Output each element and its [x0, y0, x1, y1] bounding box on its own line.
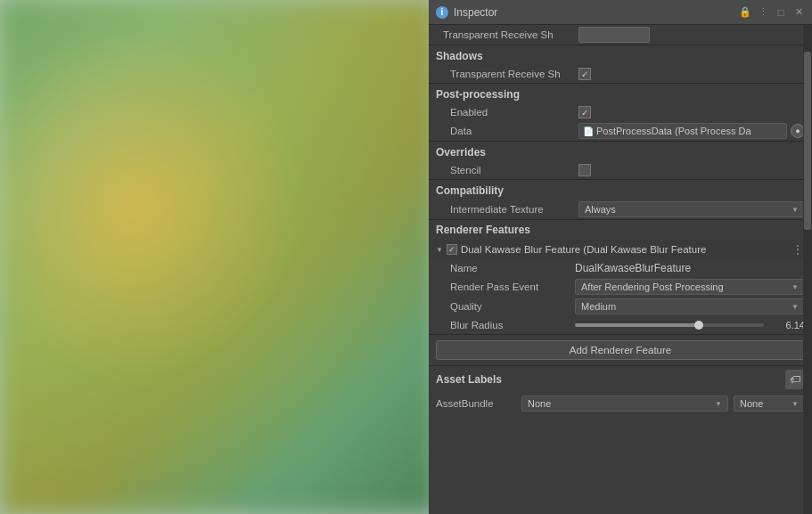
overrides-header: Overrides — [429, 142, 812, 161]
transparent-receive-shadows-row: Transparent Receive Sh ✓ — [429, 65, 812, 83]
tag-icon[interactable]: 🏷 — [785, 370, 805, 389]
stencil-checkbox[interactable] — [578, 164, 591, 176]
divider-6 — [429, 334, 812, 335]
render-pass-event-row: Render Pass Event After Rendering Post P… — [429, 277, 812, 297]
quality-value: Medium ▼ — [575, 298, 805, 314]
data-label: Data — [436, 126, 578, 136]
data-value: 📄 PostProcessData (Post Process Da ● — [578, 123, 805, 139]
feature-enabled-checkbox[interactable]: ✓ — [447, 244, 457, 255]
lock-button[interactable]: 🔒 — [739, 6, 751, 19]
enabled-checkbox[interactable]: ✓ — [578, 106, 591, 118]
maximize-button[interactable]: □ — [775, 6, 787, 19]
blur-radius-slider-container: 6.14 — [575, 320, 805, 330]
stencil-label: Stencil — [436, 165, 578, 175]
quality-dropdown-arrow-icon: ▼ — [791, 303, 799, 311]
asset-variant-dropdown[interactable]: None ▼ — [734, 396, 805, 412]
render-pass-dropdown-arrow-icon: ▼ — [791, 283, 799, 291]
title-left: i Inspector — [436, 6, 497, 19]
quality-label: Quality — [450, 301, 575, 312]
renderer-features-header: Renderer Features — [429, 220, 812, 240]
enabled-label: Enabled — [436, 107, 578, 118]
feature-name-value: DualKawaseBlurFeature — [575, 262, 805, 274]
transparent-shadows-checkbox[interactable]: ✓ — [578, 68, 591, 80]
native-renderpass-value — [578, 27, 805, 43]
enabled-value: ✓ — [578, 106, 805, 118]
scrollbar-thumb[interactable] — [804, 52, 811, 230]
quality-row: Quality Medium ▼ — [429, 297, 812, 316]
slider-thumb[interactable] — [694, 321, 703, 330]
shadows-header: Shadows — [429, 45, 812, 65]
asset-bundle-row: AssetBundle None ▼ None ▼ — [429, 393, 812, 414]
feature-title: ▼ ✓ Dual Kawase Blur Feature (Dual Kawas… — [436, 244, 706, 255]
post-processing-header: Post-processing — [429, 84, 812, 103]
title-bar: i Inspector 🔒 ⋮ □ ✕ — [429, 0, 812, 25]
blur-radius-label: Blur Radius — [450, 320, 575, 330]
feature-name-row: Name DualKawaseBlurFeature — [429, 259, 812, 277]
title-actions: 🔒 ⋮ □ ✕ — [739, 6, 805, 19]
feature-row: ▼ ✓ Dual Kawase Blur Feature (Dual Kawas… — [429, 240, 812, 259]
dropdown-arrow-icon: ▼ — [791, 206, 799, 214]
native-renderpass-label: Transparent Receive Sh — [436, 29, 578, 40]
data-icon: 📄 — [583, 126, 594, 136]
background-overlay — [0, 0, 437, 514]
render-pass-event-label: Render Pass Event — [450, 281, 575, 292]
quality-dropdown[interactable]: Medium ▼ — [575, 298, 805, 314]
transparent-shadows-label: Transparent Receive Sh — [436, 69, 578, 79]
data-field[interactable]: 📄 PostProcessData (Post Process Da — [578, 123, 787, 139]
stencil-value — [578, 164, 805, 176]
inspector-content: Transparent Receive Sh Shadows Transpare… — [429, 25, 812, 514]
blur-radius-value: 6.14 — [575, 320, 805, 330]
asset-labels-section: Asset Labels 🏷 — [429, 366, 812, 393]
asset-bundle-arrow-icon: ▼ — [715, 400, 722, 408]
add-renderer-feature-button[interactable]: Add Renderer Feature — [436, 340, 805, 360]
slider-fill — [575, 323, 698, 327]
blur-radius-row: Blur Radius 6.14 — [429, 316, 812, 334]
feature-name: Dual Kawase Blur Feature (Dual Kawase Bl… — [461, 244, 707, 255]
asset-bundle-dropdown[interactable]: None ▼ — [521, 396, 728, 412]
blur-radius-slider-value: 6.14 — [769, 320, 805, 330]
stencil-row: Stencil — [429, 161, 812, 179]
native-renderpass-field — [578, 27, 650, 43]
intermediate-texture-dropdown[interactable]: Always ▼ — [578, 201, 805, 217]
feature-name-label: Name — [450, 263, 575, 273]
intermediate-texture-row: Intermediate Texture Always ▼ — [429, 200, 812, 219]
chevron-down-icon[interactable]: ▼ — [436, 246, 443, 254]
asset-variant-arrow-icon: ▼ — [791, 400, 799, 408]
data-row: Data 📄 PostProcessData (Post Process Da … — [429, 121, 812, 141]
inspector-panel: i Inspector 🔒 ⋮ □ ✕ Transparent Receive … — [429, 0, 812, 514]
inspector-title: Inspector — [454, 6, 497, 19]
intermediate-texture-value: Always ▼ — [578, 201, 805, 217]
intermediate-texture-label: Intermediate Texture — [436, 204, 578, 215]
scrollbar[interactable] — [803, 25, 812, 514]
transparent-shadows-value: ✓ — [578, 68, 805, 80]
close-button[interactable]: ✕ — [792, 6, 805, 19]
compatibility-header: Compatibility — [429, 180, 812, 200]
asset-bundle-label: AssetBundle — [436, 398, 516, 409]
asset-labels-title: Asset Labels — [436, 373, 502, 386]
inspector-icon: i — [436, 6, 448, 19]
render-pass-event-value: After Rendering Post Processing ▼ — [575, 279, 805, 295]
enabled-row: Enabled ✓ — [429, 103, 812, 121]
native-renderpass-row: Transparent Receive Sh — [429, 25, 812, 45]
blur-radius-slider-track[interactable] — [575, 323, 764, 327]
render-pass-event-dropdown[interactable]: After Rendering Post Processing ▼ — [575, 279, 805, 295]
kebab-menu-button[interactable]: ⋮ — [757, 6, 769, 19]
